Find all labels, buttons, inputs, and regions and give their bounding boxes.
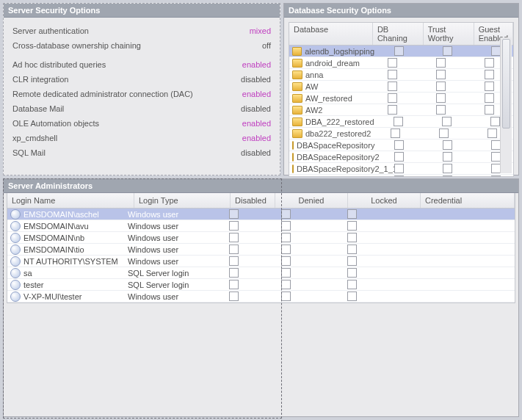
db-row[interactable]: DBA_222_restored [289,116,513,128]
checkbox[interactable] [487,128,497,138]
checkbox[interactable] [485,82,494,91]
checkbox[interactable] [388,82,397,91]
checkbox[interactable] [394,164,404,173]
checkbox[interactable] [281,245,291,254]
checkbox[interactable] [281,280,291,289]
checkbox[interactable] [391,128,400,138]
checkbox[interactable] [491,152,501,162]
checkbox[interactable] [485,105,494,115]
col-disabled[interactable]: Disabled [231,193,275,208]
checkbox[interactable] [436,70,446,79]
admin-row[interactable]: NT AUTHORITY\SYSTEMWindows user [7,256,515,267]
checkbox[interactable] [347,280,357,289]
col-trustworthy[interactable]: Trust Worthy [424,23,474,45]
checkbox[interactable] [491,140,501,150]
db-row[interactable]: AW [289,81,513,93]
col-login-type[interactable]: Login Type [134,193,231,208]
server-security-panel: Server Security Options Server authentic… [3,3,280,175]
checkbox[interactable] [394,46,404,56]
db-row[interactable]: DBASpaceRepository2_1_1 [289,163,513,175]
server-opt-label: xp_cmdshell [12,134,57,142]
checkbox[interactable] [388,93,397,103]
login-name: sa [23,269,32,278]
checkbox[interactable] [436,82,446,91]
admin-row[interactable]: saSQL Server login [7,267,515,279]
checkbox[interactable] [491,46,501,56]
db-row[interactable]: AW2 [289,104,513,116]
col-dbchaning[interactable]: DB Chaning [373,23,424,45]
db-name: dba222_restored2 [305,129,371,138]
col-denied[interactable]: Denied [275,193,348,208]
checkbox[interactable] [436,105,446,115]
db-row[interactable]: dba222_restored2 [289,128,513,140]
checkbox[interactable] [281,209,291,219]
db-row[interactable]: alendb_logshipping [289,46,513,57]
col-database[interactable]: Database [289,23,373,45]
checkbox[interactable] [229,292,239,301]
checkbox[interactable] [229,221,239,231]
db-row[interactable]: AW_restored [289,93,513,104]
db-row[interactable]: android_dream [289,57,513,69]
checkbox[interactable] [281,292,291,301]
admin-row[interactable]: V-XP-MUI\testerWindows user [7,291,515,303]
checkbox[interactable] [491,164,501,173]
checkbox[interactable] [281,221,291,231]
checkbox[interactable] [229,245,239,254]
checkbox[interactable] [485,70,494,79]
checkbox[interactable] [485,93,494,103]
checkbox[interactable] [491,175,501,176]
checkbox[interactable] [347,245,357,254]
checkbox[interactable] [439,128,449,138]
server-opt-row: OLE Automation objectsenabled [12,116,271,131]
db-name: alendb_logshipping [305,47,374,56]
checkbox[interactable] [229,233,239,242]
checkbox[interactable] [436,93,446,103]
server-opt-label: Ad hoc distributed queries [12,60,106,69]
checkbox[interactable] [443,164,452,173]
checkbox[interactable] [347,268,357,278]
admin-row[interactable]: EMSDOMAIN\nbWindows user [7,232,515,244]
checkbox[interactable] [394,140,404,150]
checkbox[interactable] [388,105,397,115]
col-credential[interactable]: Credential [421,193,515,208]
db-row[interactable]: DBASpaceRepository2 [289,151,513,163]
admin-row[interactable]: EMSDOMAIN\tioWindows user [7,244,515,256]
checkbox[interactable] [281,233,291,242]
db-scrollbar-thumb[interactable] [502,39,510,128]
checkbox[interactable] [388,58,397,68]
server-opt-value: enabled [242,90,271,98]
db-row[interactable]: DBASpaceRepository [289,140,513,151]
checkbox[interactable] [388,70,397,79]
checkbox[interactable] [485,58,494,68]
checkbox[interactable] [490,117,500,126]
checkbox[interactable] [443,175,452,176]
checkbox[interactable] [347,221,357,231]
checkbox[interactable] [347,256,357,266]
admin-row[interactable]: EMSDOMAIN\avuWindows user [7,220,515,232]
checkbox[interactable] [436,58,446,68]
checkbox[interactable] [442,117,452,126]
checkbox[interactable] [394,152,404,162]
db-scrollbar[interactable] [500,37,512,173]
checkbox[interactable] [281,268,291,278]
checkbox[interactable] [229,209,239,219]
checkbox[interactable] [347,233,357,242]
col-login-name[interactable]: Login Name [7,193,134,208]
checkbox[interactable] [347,209,357,219]
checkbox[interactable] [229,256,239,266]
checkbox[interactable] [229,268,239,278]
col-locked[interactable]: Locked [348,193,421,208]
checkbox[interactable] [347,292,357,301]
checkbox[interactable] [394,117,403,126]
admin-row[interactable]: testerSQL Server login [7,279,515,291]
db-row[interactable]: anna [289,69,513,81]
checkbox[interactable] [394,175,404,176]
checkbox[interactable] [443,152,452,162]
login-type: SQL Server login [128,280,214,289]
checkbox[interactable] [443,46,452,56]
db-row[interactable]: DBASpaceRepository222 [289,175,513,176]
checkbox[interactable] [443,140,452,150]
checkbox[interactable] [229,280,239,289]
checkbox[interactable] [281,256,291,266]
admin-row[interactable]: EMSDOMAIN\aschelWindows user [7,209,515,220]
